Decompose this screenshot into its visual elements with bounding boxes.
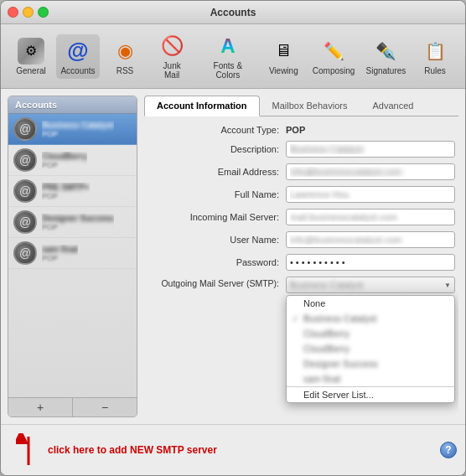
- toolbar-item-accounts[interactable]: @ Accounts: [56, 34, 100, 79]
- rss-icon: ◉: [111, 38, 138, 65]
- sidebar-list: @ Business Catalyst POP @ CloudBerry POP…: [8, 114, 137, 397]
- main-content: Accounts @ Business Catalyst POP @ Cloud…: [1, 89, 465, 424]
- avatar-2: @: [13, 179, 37, 203]
- account-type-label: Account Type:: [148, 125, 286, 135]
- toolbar-label-fonts: Fonts & Colors: [204, 61, 251, 80]
- sidebar-item-account-0[interactable]: @ Business Catalyst POP: [8, 114, 137, 145]
- font-icon: A: [215, 33, 241, 60]
- form-row-fullname: Full Name:: [148, 186, 455, 203]
- toolbar-item-general[interactable]: ⚙ General: [9, 34, 53, 79]
- sidebar-item-account-1[interactable]: @ CloudBerry POP: [8, 145, 137, 176]
- account-type-value: POP: [286, 125, 305, 135]
- red-arrow-icon: [16, 433, 41, 467]
- close-button[interactable]: [8, 7, 18, 18]
- toolbar-item-rules[interactable]: 📋 Rules: [413, 34, 457, 79]
- username-label: User Name:: [148, 235, 286, 245]
- remove-account-button[interactable]: −: [73, 398, 137, 416]
- account-type-3: POP: [42, 223, 114, 231]
- smtp-option-1[interactable]: CloudBerry: [287, 326, 454, 341]
- email-label: Email Address:: [148, 167, 286, 177]
- account-name-2: PRE SMTP+: [42, 183, 90, 192]
- toolbar-item-fonts[interactable]: A Fonts & Colors: [197, 29, 258, 83]
- form-area: Account Type: POP Description: Email Add…: [144, 125, 458, 417]
- traffic-lights: [8, 7, 49, 18]
- toolbar-item-viewing[interactable]: 🖥 Viewing: [261, 34, 305, 79]
- username-input[interactable]: [286, 231, 455, 248]
- description-label: Description:: [148, 144, 286, 154]
- sig-icon: ✒️: [372, 38, 399, 65]
- toolbar-label-viewing: Viewing: [269, 66, 298, 75]
- account-name-0: Business Catalyst: [42, 121, 114, 130]
- form-row-password: Password:: [148, 254, 455, 271]
- titlebar: Accounts: [1, 1, 465, 24]
- sidebar-footer: + −: [8, 397, 137, 416]
- avatar-0: @: [13, 117, 37, 141]
- form-row-description: Description:: [148, 141, 455, 158]
- description-input[interactable]: [286, 141, 455, 158]
- smtp-dropdown-container: Business Catalyst ▼ None Business Cataly…: [286, 277, 455, 293]
- smtp-dropdown-popup: None Business Catalyst CloudBerry CloudB…: [286, 295, 455, 403]
- at-icon: @: [65, 38, 91, 65]
- smtp-edit-servers[interactable]: Edit Server List...: [287, 386, 454, 402]
- incoming-label: Incoming Mail Server:: [148, 212, 286, 222]
- account-name-1: CloudBerry: [42, 152, 87, 161]
- account-type-2: POP: [42, 192, 90, 200]
- chevron-down-icon: ▼: [444, 282, 451, 289]
- form-row-smtp: Outgoing Mail Server (SMTP): Business Ca…: [148, 277, 455, 293]
- help-button[interactable]: ?: [440, 442, 457, 458]
- tab-mailbox-behaviors[interactable]: Mailbox Behaviors: [260, 96, 360, 116]
- add-account-button[interactable]: +: [8, 398, 73, 416]
- sidebar-item-account-4[interactable]: @ sam final POP: [8, 238, 137, 269]
- toolbar-item-signatures[interactable]: ✒️ Signatures: [362, 34, 410, 79]
- toolbar-label-accounts: Accounts: [60, 66, 95, 75]
- smtp-option-0[interactable]: Business Catalyst: [287, 311, 454, 326]
- sidebar-header: Accounts: [8, 96, 137, 114]
- incoming-input[interactable]: [286, 209, 455, 225]
- minimize-button[interactable]: [23, 7, 34, 18]
- form-row-email: Email Address:: [148, 163, 455, 180]
- smtp-option-3[interactable]: Designer Success: [287, 356, 454, 371]
- accounts-sidebar: Accounts @ Business Catalyst POP @ Cloud…: [8, 96, 137, 417]
- avatar-1: @: [13, 148, 37, 172]
- fullname-label: Full Name:: [148, 189, 286, 199]
- annotation-text: click here to add NEW SMTP server: [48, 444, 217, 456]
- smtp-option-2[interactable]: CloudBerry: [287, 341, 454, 356]
- smtp-option-4[interactable]: sam final: [287, 371, 454, 386]
- bottom-bar: click here to add NEW SMTP server ?: [1, 424, 465, 475]
- annotation-area: click here to add NEW SMTP server: [9, 430, 224, 470]
- rules-icon: 📋: [422, 38, 448, 65]
- window-title: Accounts: [210, 7, 256, 18]
- toolbar-label-general: General: [16, 66, 46, 75]
- form-row-account-type: Account Type: POP: [148, 125, 455, 135]
- password-label: Password:: [148, 257, 286, 267]
- account-type-1: POP: [42, 161, 87, 169]
- account-name-3: Designer Success: [42, 214, 114, 223]
- maximize-button[interactable]: [38, 7, 49, 18]
- toolbar-label-rules: Rules: [424, 66, 446, 75]
- toolbar-item-rss[interactable]: ◉ RSS: [103, 34, 147, 79]
- email-input[interactable]: [286, 163, 455, 180]
- smtp-button[interactable]: Business Catalyst ▼: [286, 277, 455, 293]
- password-input[interactable]: [286, 254, 455, 271]
- smtp-label: Outgoing Mail Server (SMTP):: [148, 277, 286, 288]
- right-panel: Account Information Mailbox Behaviors Ad…: [144, 96, 458, 417]
- toolbar-item-junk[interactable]: 🚫 Junk Mail: [150, 29, 194, 83]
- avatar-4: @: [13, 241, 37, 265]
- toolbar-item-composing[interactable]: ✏️ Composing: [308, 34, 359, 79]
- toolbar-label-rss: RSS: [116, 66, 134, 75]
- toolbar-label-signatures: Signatures: [366, 66, 406, 75]
- view-icon: 🖥: [270, 38, 297, 65]
- tab-bar: Account Information Mailbox Behaviors Ad…: [144, 96, 458, 116]
- account-name-4: sam final: [42, 245, 78, 254]
- toolbar-label-junk: Junk Mail: [157, 61, 187, 80]
- tab-account-information[interactable]: Account Information: [144, 96, 260, 116]
- tab-advanced[interactable]: Advanced: [360, 96, 426, 116]
- sidebar-item-account-3[interactable]: @ Designer Success POP: [8, 207, 137, 238]
- form-row-incoming: Incoming Mail Server:: [148, 209, 455, 225]
- avatar-3: @: [13, 210, 37, 234]
- toolbar: ⚙ General @ Accounts ◉ RSS 🚫 Junk Mail A…: [1, 24, 465, 89]
- sidebar-item-account-2[interactable]: @ PRE SMTP+ POP: [8, 176, 137, 207]
- junk-icon: 🚫: [158, 33, 185, 60]
- fullname-input[interactable]: [286, 186, 455, 203]
- smtp-option-none[interactable]: None: [287, 296, 454, 311]
